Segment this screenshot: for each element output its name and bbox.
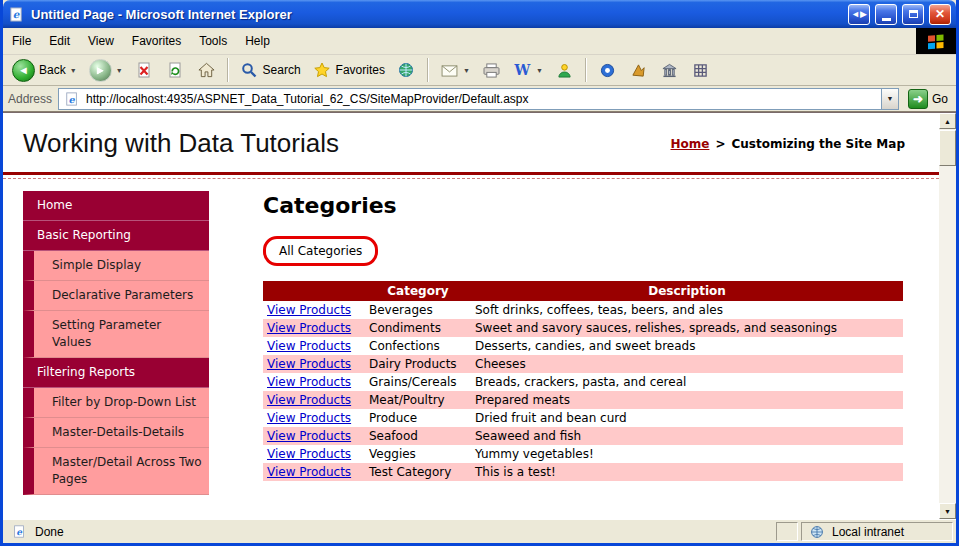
table-row: View Products Beverages Soft drinks, cof… <box>263 301 903 319</box>
category-cell: Condiments <box>365 319 471 337</box>
status-bar: e Done Local intranet <box>3 519 956 543</box>
print-button[interactable] <box>477 59 506 81</box>
home-button[interactable] <box>192 59 221 81</box>
media-addon-button[interactable] <box>593 59 622 81</box>
ie-page-icon: e <box>7 5 26 23</box>
view-products-link[interactable]: View Products <box>267 429 351 443</box>
sidebar-item-filter-by-dropdown-list[interactable]: Filter by Drop-Down List <box>23 388 209 418</box>
sidebar-item-master-details-details[interactable]: Master-Details-Details <box>23 418 209 448</box>
bank-addon-button[interactable] <box>655 59 684 81</box>
mail-dropdown-icon[interactable]: ▼ <box>463 67 470 74</box>
svg-text:e: e <box>68 93 75 104</box>
view-products-cell: View Products <box>263 301 365 319</box>
messenger-button[interactable] <box>550 59 579 81</box>
menu-tools[interactable]: Tools <box>190 28 236 54</box>
status-text: Done <box>35 525 64 539</box>
back-button[interactable]: ◄ Back ▼ <box>7 57 82 84</box>
description-cell: Dried fruit and bean curd <box>471 409 903 427</box>
edit-dropdown-icon[interactable]: ▼ <box>536 67 543 74</box>
menu-file[interactable]: File <box>3 28 40 54</box>
table-row: View Products Produce Dried fruit and be… <box>263 409 903 427</box>
search-button[interactable]: Search <box>235 59 306 81</box>
description-cell: Seaweed and fish <box>471 427 903 445</box>
address-dropdown-icon[interactable]: ▼ <box>881 89 898 109</box>
address-label: Address <box>8 92 52 106</box>
view-products-cell: View Products <box>263 337 365 355</box>
scroll-down-icon[interactable]: ▼ <box>939 503 956 519</box>
edit-with-word-button[interactable]: W ▼ <box>508 59 548 81</box>
sidebar-item-setting-parameter-values[interactable]: Setting Parameter Values <box>23 311 209 358</box>
breadcrumb-home-link[interactable]: Home <box>670 137 709 151</box>
done-page-icon: e <box>10 523 29 541</box>
sidebar-item-simple-display[interactable]: Simple Display <box>23 251 209 281</box>
mail-button[interactable]: ▼ <box>435 59 475 81</box>
scroll-up-icon[interactable]: ▲ <box>939 113 956 129</box>
main-content: Categories All Categories Category Descr… <box>209 191 903 481</box>
media-button[interactable] <box>392 59 421 81</box>
view-products-link[interactable]: View Products <box>267 465 351 479</box>
description-cell: Cheeses <box>471 355 903 373</box>
toolbar-separator <box>427 58 429 82</box>
view-products-link[interactable]: View Products <box>267 411 351 425</box>
status-left-pane: e Done <box>6 522 773 541</box>
breadcrumb: Home > Customizing the Site Map <box>670 137 905 151</box>
grid-addon-button[interactable] <box>686 59 715 81</box>
view-products-link[interactable]: View Products <box>267 303 351 317</box>
sidebar-item-filtering-reports[interactable]: Filtering Reports <box>23 358 209 388</box>
scroll-thumb[interactable] <box>939 130 956 166</box>
categories-table: Category Description View Products Bever… <box>263 281 903 481</box>
view-products-link[interactable]: View Products <box>267 375 351 389</box>
back-dropdown-icon[interactable]: ▼ <box>70 67 77 74</box>
sidebar-item-declarative-parameters[interactable]: Declarative Parameters <box>23 281 209 311</box>
go-arrow-icon: ➜ <box>908 89 928 109</box>
vertical-scrollbar[interactable]: ▲ ▼ <box>939 113 956 519</box>
menu-edit[interactable]: Edit <box>40 28 79 54</box>
description-cell: Sweet and savory sauces, relishes, sprea… <box>471 319 903 337</box>
view-products-cell: View Products <box>263 409 365 427</box>
security-zone-pane: Local intranet <box>801 522 953 541</box>
forward-icon: ► <box>89 59 112 82</box>
description-cell: Prepared meats <box>471 391 903 409</box>
scroll-track[interactable] <box>939 167 956 503</box>
page-header: Working with Data Tutorials Home > Custo… <box>3 113 939 172</box>
description-cell: Breads, crackers, pasta, and cereal <box>471 373 903 391</box>
category-cell: Test Category <box>365 463 471 481</box>
category-cell: Grains/Cereals <box>365 373 471 391</box>
messenger-icon <box>555 61 574 79</box>
forward-button[interactable]: ► ▼ <box>84 57 128 84</box>
view-products-link[interactable]: View Products <box>267 321 351 335</box>
sidebar-item-basic-reporting[interactable]: Basic Reporting <box>23 221 209 251</box>
menu-bar: File Edit View Favorites Tools Help <box>3 28 956 55</box>
browser-window: e Untitled Page - Microsoft Internet Exp… <box>0 0 959 546</box>
go-button[interactable]: ➜ Go <box>905 89 951 109</box>
menu-favorites[interactable]: Favorites <box>123 28 190 54</box>
category-cell: Veggies <box>365 445 471 463</box>
minimize-button[interactable] <box>875 4 897 25</box>
menu-help[interactable]: Help <box>236 28 279 54</box>
category-column-header: Category <box>365 281 471 301</box>
maximize-button[interactable] <box>902 4 924 25</box>
window-switch-button[interactable]: ◄▶ <box>848 4 870 25</box>
forward-dropdown-icon[interactable]: ▼ <box>116 67 123 74</box>
close-button[interactable]: ✕ <box>929 4 951 25</box>
view-products-link[interactable]: View Products <box>267 339 351 353</box>
grid-addon-icon <box>691 61 710 79</box>
refresh-button[interactable] <box>161 59 190 81</box>
view-products-link[interactable]: View Products <box>267 393 351 407</box>
sidebar-item-master-detail-across-two-pages[interactable]: Master/Detail Across Two Pages <box>23 448 209 495</box>
table-row: View Products Dairy Products Cheeses <box>263 355 903 373</box>
sidebar-item-home[interactable]: Home <box>23 191 209 221</box>
table-row: View Products Seafood Seaweed and fish <box>263 427 903 445</box>
menu-view[interactable]: View <box>79 28 123 54</box>
view-products-cell: View Products <box>263 427 365 445</box>
address-input[interactable] <box>84 89 878 109</box>
table-row: View Products Condiments Sweet and savor… <box>263 319 903 337</box>
favorites-button[interactable]: Favorites <box>308 59 390 81</box>
view-products-cell: View Products <box>263 355 365 373</box>
window-title: Untitled Page - Microsoft Internet Explo… <box>31 7 843 22</box>
bank-addon-icon <box>660 61 679 79</box>
view-products-link[interactable]: View Products <box>267 447 351 461</box>
view-products-link[interactable]: View Products <box>267 357 351 371</box>
tools-addon-button[interactable] <box>624 59 653 81</box>
stop-button[interactable] <box>130 59 159 81</box>
